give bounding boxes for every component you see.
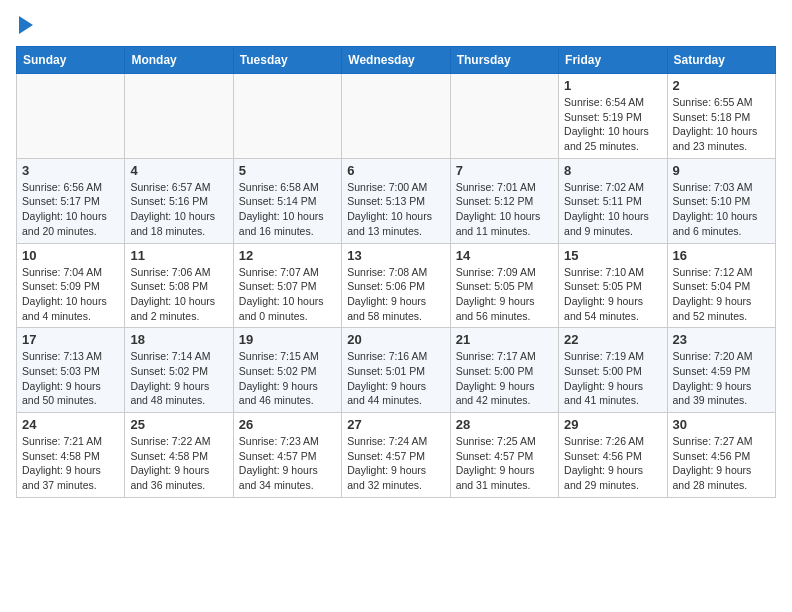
day-number: 18 [130,332,227,347]
day-number: 21 [456,332,553,347]
day-number: 11 [130,248,227,263]
column-header-wednesday: Wednesday [342,47,450,74]
day-number: 12 [239,248,336,263]
column-header-saturday: Saturday [667,47,775,74]
day-info: Sunrise: 7:07 AMSunset: 5:07 PMDaylight:… [239,265,336,324]
calendar-cell: 22Sunrise: 7:19 AMSunset: 5:00 PMDayligh… [559,328,667,413]
calendar-header-row: SundayMondayTuesdayWednesdayThursdayFrid… [17,47,776,74]
day-info: Sunrise: 7:04 AMSunset: 5:09 PMDaylight:… [22,265,119,324]
calendar-cell [17,74,125,159]
day-info: Sunrise: 7:22 AMSunset: 4:58 PMDaylight:… [130,434,227,493]
day-info: Sunrise: 7:00 AMSunset: 5:13 PMDaylight:… [347,180,444,239]
calendar-cell: 1Sunrise: 6:54 AMSunset: 5:19 PMDaylight… [559,74,667,159]
calendar-cell: 6Sunrise: 7:00 AMSunset: 5:13 PMDaylight… [342,158,450,243]
day-info: Sunrise: 6:56 AMSunset: 5:17 PMDaylight:… [22,180,119,239]
calendar-cell: 7Sunrise: 7:01 AMSunset: 5:12 PMDaylight… [450,158,558,243]
day-info: Sunrise: 7:15 AMSunset: 5:02 PMDaylight:… [239,349,336,408]
page-header [16,16,776,34]
calendar-week-2: 3Sunrise: 6:56 AMSunset: 5:17 PMDaylight… [17,158,776,243]
calendar-cell: 11Sunrise: 7:06 AMSunset: 5:08 PMDayligh… [125,243,233,328]
calendar-week-1: 1Sunrise: 6:54 AMSunset: 5:19 PMDaylight… [17,74,776,159]
day-number: 30 [673,417,770,432]
calendar-cell [342,74,450,159]
calendar-cell: 24Sunrise: 7:21 AMSunset: 4:58 PMDayligh… [17,413,125,498]
day-number: 28 [456,417,553,432]
day-info: Sunrise: 7:06 AMSunset: 5:08 PMDaylight:… [130,265,227,324]
calendar-cell: 10Sunrise: 7:04 AMSunset: 5:09 PMDayligh… [17,243,125,328]
day-number: 5 [239,163,336,178]
day-number: 15 [564,248,661,263]
calendar-week-3: 10Sunrise: 7:04 AMSunset: 5:09 PMDayligh… [17,243,776,328]
day-info: Sunrise: 7:03 AMSunset: 5:10 PMDaylight:… [673,180,770,239]
day-number: 20 [347,332,444,347]
calendar-table: SundayMondayTuesdayWednesdayThursdayFrid… [16,46,776,498]
day-info: Sunrise: 7:13 AMSunset: 5:03 PMDaylight:… [22,349,119,408]
calendar-cell [233,74,341,159]
day-number: 27 [347,417,444,432]
calendar-cell: 21Sunrise: 7:17 AMSunset: 5:00 PMDayligh… [450,328,558,413]
day-number: 29 [564,417,661,432]
day-info: Sunrise: 7:19 AMSunset: 5:00 PMDaylight:… [564,349,661,408]
calendar-cell [450,74,558,159]
day-info: Sunrise: 7:01 AMSunset: 5:12 PMDaylight:… [456,180,553,239]
calendar-cell: 19Sunrise: 7:15 AMSunset: 5:02 PMDayligh… [233,328,341,413]
day-number: 14 [456,248,553,263]
day-number: 16 [673,248,770,263]
day-number: 10 [22,248,119,263]
calendar-cell: 9Sunrise: 7:03 AMSunset: 5:10 PMDaylight… [667,158,775,243]
day-info: Sunrise: 6:58 AMSunset: 5:14 PMDaylight:… [239,180,336,239]
column-header-thursday: Thursday [450,47,558,74]
calendar-cell: 20Sunrise: 7:16 AMSunset: 5:01 PMDayligh… [342,328,450,413]
calendar-cell: 2Sunrise: 6:55 AMSunset: 5:18 PMDaylight… [667,74,775,159]
calendar-cell: 14Sunrise: 7:09 AMSunset: 5:05 PMDayligh… [450,243,558,328]
day-info: Sunrise: 7:27 AMSunset: 4:56 PMDaylight:… [673,434,770,493]
day-info: Sunrise: 6:54 AMSunset: 5:19 PMDaylight:… [564,95,661,154]
calendar-cell: 12Sunrise: 7:07 AMSunset: 5:07 PMDayligh… [233,243,341,328]
calendar-week-5: 24Sunrise: 7:21 AMSunset: 4:58 PMDayligh… [17,413,776,498]
day-info: Sunrise: 7:21 AMSunset: 4:58 PMDaylight:… [22,434,119,493]
day-number: 4 [130,163,227,178]
day-info: Sunrise: 7:17 AMSunset: 5:00 PMDaylight:… [456,349,553,408]
day-info: Sunrise: 7:09 AMSunset: 5:05 PMDaylight:… [456,265,553,324]
column-header-sunday: Sunday [17,47,125,74]
day-info: Sunrise: 7:02 AMSunset: 5:11 PMDaylight:… [564,180,661,239]
day-info: Sunrise: 7:24 AMSunset: 4:57 PMDaylight:… [347,434,444,493]
day-info: Sunrise: 7:08 AMSunset: 5:06 PMDaylight:… [347,265,444,324]
day-info: Sunrise: 7:12 AMSunset: 5:04 PMDaylight:… [673,265,770,324]
calendar-cell: 25Sunrise: 7:22 AMSunset: 4:58 PMDayligh… [125,413,233,498]
calendar-cell: 26Sunrise: 7:23 AMSunset: 4:57 PMDayligh… [233,413,341,498]
day-info: Sunrise: 7:14 AMSunset: 5:02 PMDaylight:… [130,349,227,408]
day-number: 6 [347,163,444,178]
calendar-cell: 29Sunrise: 7:26 AMSunset: 4:56 PMDayligh… [559,413,667,498]
calendar-week-4: 17Sunrise: 7:13 AMSunset: 5:03 PMDayligh… [17,328,776,413]
calendar-cell: 5Sunrise: 6:58 AMSunset: 5:14 PMDaylight… [233,158,341,243]
calendar-cell: 30Sunrise: 7:27 AMSunset: 4:56 PMDayligh… [667,413,775,498]
calendar-cell: 3Sunrise: 6:56 AMSunset: 5:17 PMDaylight… [17,158,125,243]
logo-triangle-icon [19,16,33,34]
calendar-cell: 23Sunrise: 7:20 AMSunset: 4:59 PMDayligh… [667,328,775,413]
column-header-tuesday: Tuesday [233,47,341,74]
column-header-monday: Monday [125,47,233,74]
day-number: 2 [673,78,770,93]
calendar-cell: 4Sunrise: 6:57 AMSunset: 5:16 PMDaylight… [125,158,233,243]
day-info: Sunrise: 6:55 AMSunset: 5:18 PMDaylight:… [673,95,770,154]
day-info: Sunrise: 7:25 AMSunset: 4:57 PMDaylight:… [456,434,553,493]
calendar-cell: 28Sunrise: 7:25 AMSunset: 4:57 PMDayligh… [450,413,558,498]
day-number: 26 [239,417,336,432]
day-number: 7 [456,163,553,178]
day-info: Sunrise: 7:20 AMSunset: 4:59 PMDaylight:… [673,349,770,408]
day-number: 1 [564,78,661,93]
day-info: Sunrise: 7:10 AMSunset: 5:05 PMDaylight:… [564,265,661,324]
logo [16,16,33,34]
day-number: 9 [673,163,770,178]
calendar-cell: 13Sunrise: 7:08 AMSunset: 5:06 PMDayligh… [342,243,450,328]
day-number: 13 [347,248,444,263]
calendar-cell: 27Sunrise: 7:24 AMSunset: 4:57 PMDayligh… [342,413,450,498]
day-number: 3 [22,163,119,178]
calendar-cell: 17Sunrise: 7:13 AMSunset: 5:03 PMDayligh… [17,328,125,413]
day-number: 24 [22,417,119,432]
day-number: 22 [564,332,661,347]
calendar-cell [125,74,233,159]
calendar-cell: 15Sunrise: 7:10 AMSunset: 5:05 PMDayligh… [559,243,667,328]
day-number: 17 [22,332,119,347]
